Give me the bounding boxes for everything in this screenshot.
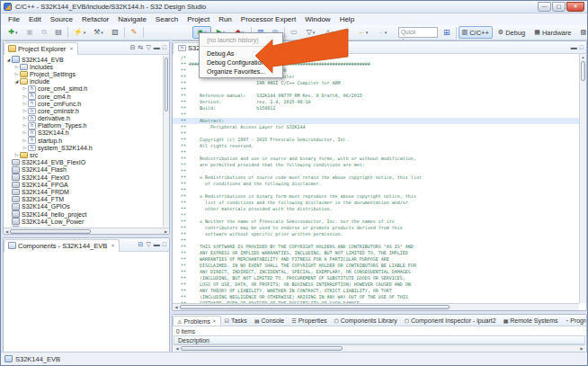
tree-item[interactable]: ▷ core_cmFunc.h [4, 100, 163, 107]
link-with-editor-icon[interactable]: ⇆ [138, 44, 144, 51]
menu-item[interactable]: Help [335, 14, 359, 24]
expander-icon[interactable]: ▷ [22, 130, 28, 135]
forward-button[interactable]: →▾ [372, 26, 391, 39]
save-button[interactable]: ▣▾ [22, 26, 37, 39]
tree-item[interactable]: S32K144_Flash [4, 166, 163, 174]
minimize-window-button[interactable]: — [538, 2, 551, 12]
editor-vertical-scrollbar[interactable]: ▲ [579, 54, 586, 303]
tab-component-inspector[interactable]: ⬡ Component Inspector - lpuart2 ✕ [401, 316, 500, 326]
description-column-header[interactable]: Description [174, 335, 585, 344]
perspective-resource-button[interactable]: ▨ Resource [576, 26, 587, 39]
tree-item[interactable]: ▷ system_S32K144.h [4, 144, 163, 151]
tab-tasks[interactable]: ☑ Tasks ✕ [221, 316, 251, 326]
project-explorer-horizontal-scrollbar[interactable]: ◀ ▶ [4, 228, 169, 234]
tab-components[interactable]: Components - S32K144_EVB ✕ [4, 239, 120, 252]
expander-icon[interactable]: ▷ [22, 86, 28, 91]
tree-item[interactable]: S32K144_FlexIO [4, 174, 163, 181]
expander-icon[interactable]: ◢ [13, 79, 20, 84]
quick-access-input[interactable]: Quick Access [398, 27, 438, 38]
tree-item[interactable]: S32K144_FRDM [4, 188, 163, 195]
collapse-all-icon[interactable]: ⊟ [130, 44, 136, 51]
menu-item[interactable]: Navigate [113, 14, 151, 24]
open-perspective-icon[interactable]: ⊞ [443, 28, 450, 37]
perspective-cpp-button[interactable]: ▥ C/C++ [459, 26, 493, 39]
tree-item[interactable]: ▷ Includes [4, 63, 163, 70]
maximize-editor-icon[interactable]: □ [580, 44, 584, 51]
menu-item[interactable]: Refactor [77, 14, 113, 24]
tree-item[interactable]: S32K144_OPTIMAL_SETUP [4, 225, 163, 227]
project-explorer-vertical-scrollbar[interactable] [163, 56, 169, 227]
tab-remote-systems[interactable]: ▦ Remote Systems ✕ [500, 316, 562, 326]
code-editor[interactable]: /*** ###################################… [173, 54, 579, 303]
expander-icon[interactable]: ▷ [22, 138, 28, 143]
tab-project-explorer[interactable]: Project Explorer ✕ [4, 42, 78, 55]
tree-item[interactable]: ▷ core_cm4_simd.h [4, 85, 163, 93]
menu-item[interactable]: File [4, 14, 24, 24]
tree-item[interactable]: S32K144_EVB_FlexIO [4, 159, 163, 166]
toolbar-separator[interactable]: ▾ [143, 27, 144, 38]
components-filter-icon[interactable]: ⊟ [138, 241, 144, 248]
close-icon[interactable]: ✕ [111, 243, 115, 248]
tree-item[interactable]: S32K144_Low_Power [4, 218, 163, 225]
toolbar-separator[interactable]: ▾ [67, 27, 68, 38]
tree-item[interactable]: S32K144_FPGA [4, 181, 163, 188]
clean-button[interactable]: ▧▾ [108, 26, 122, 39]
menu-item[interactable]: Processor Expert [236, 14, 300, 24]
expander-icon[interactable]: ▷ [22, 102, 28, 106]
save-all-button[interactable]: ⧉▾ [37, 26, 51, 39]
expander-icon[interactable]: ▷ [22, 146, 28, 150]
expander-icon[interactable]: ◢ [5, 58, 12, 62]
expander-icon[interactable]: ▷ [13, 153, 20, 157]
expander-icon[interactable]: ▷ [13, 72, 20, 76]
expander-icon[interactable]: ▷ [22, 123, 28, 128]
maximize-view-icon[interactable]: □ [163, 241, 166, 248]
minimize-view-icon[interactable]: ▬ [154, 241, 160, 248]
perspective-debug-button[interactable]: ⚙ Debug [494, 26, 529, 39]
tree-item[interactable]: ▷ S32K144.h [4, 129, 163, 137]
toolbar-separator[interactable]: ▾ [124, 27, 125, 38]
tree-item[interactable]: ▷ startup.h [4, 137, 163, 144]
expander-icon[interactable]: ▷ [22, 94, 28, 99]
back-button[interactable]: ←▾ [353, 26, 372, 39]
tree-item[interactable]: ▷ Platform_Types.h [4, 122, 163, 129]
problems-horizontal-scrollbar[interactable]: ◀ ▶ [174, 344, 585, 352]
editor-horizontal-scrollbar[interactable]: ◀ [173, 303, 579, 310]
print-button[interactable]: ▤▾ [51, 26, 66, 39]
expander-icon[interactable]: ▷ [13, 65, 20, 69]
menu-item[interactable]: Source [46, 14, 77, 24]
tab-progress[interactable]: ◔ Progress ✕ [562, 316, 586, 326]
flash-programmer-button[interactable]: ⚡▾ [70, 26, 89, 39]
minimize-editor-icon[interactable]: ▬ [571, 44, 577, 51]
menu-item[interactable]: Edit [24, 14, 46, 24]
expander-icon[interactable]: ▷ [22, 109, 28, 113]
menu-item[interactable]: Project [183, 14, 214, 24]
tree-item[interactable]: S32K144_GPIOs [4, 203, 163, 210]
maximize-window-button[interactable]: ▢ [552, 2, 566, 12]
tab-problems[interactable]: ⚠ Problems ✕ [173, 316, 221, 326]
close-icon[interactable]: ✕ [212, 318, 217, 324]
tree-item[interactable]: ▷ Project_Settings [4, 70, 163, 77]
close-window-button[interactable]: ✕ [566, 2, 584, 12]
tab-components-library[interactable]: ⬡ Components Library ✕ [331, 316, 401, 326]
tree-item[interactable]: S32K144_hello_project [4, 210, 163, 218]
maximize-view-icon[interactable]: □ [163, 44, 166, 51]
expander-icon[interactable]: ▷ [22, 116, 28, 121]
menu-item[interactable]: Run [214, 14, 236, 24]
tab-properties[interactable]: ☰ Properties ✕ [288, 316, 330, 326]
tree-item[interactable]: ▷ core_cm4.h [4, 93, 163, 100]
menu-item[interactable]: Search [151, 14, 183, 24]
tab-console[interactable]: ▤ Console ✕ [251, 316, 288, 326]
close-icon[interactable]: ✕ [69, 46, 74, 51]
tree-item[interactable]: ▷ src [4, 151, 163, 158]
tree-item[interactable]: ▷ derivative.h [4, 115, 163, 122]
tree-item[interactable]: ◢ include [4, 78, 163, 85]
new-wizard-button[interactable]: ✚▾ [4, 26, 22, 39]
tree-item[interactable]: ◢ S32K144_EVB [4, 56, 163, 63]
tree-item[interactable]: S32K144_FTM [4, 196, 163, 203]
minimize-view-icon[interactable]: ▬ [154, 44, 160, 51]
perspective-hardware-button[interactable]: ▦ Hardware [530, 26, 575, 39]
tree-item[interactable]: ▷ core_cmInstr.h [4, 107, 163, 114]
new-element-wizard-button[interactable]: ✎▾ [127, 26, 141, 39]
menu-item[interactable]: Window [300, 14, 334, 24]
view-menu-icon[interactable]: ▽ [146, 241, 150, 248]
